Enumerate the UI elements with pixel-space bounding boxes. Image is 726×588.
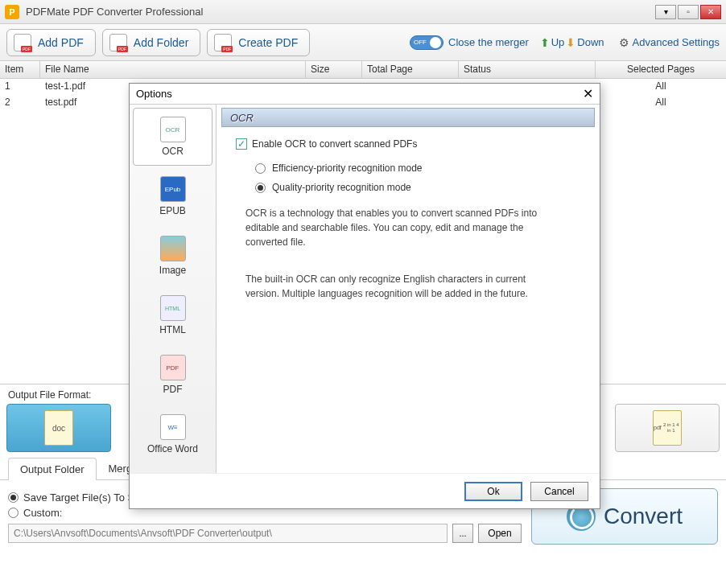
sidebar-item-ocr[interactable]: OCR OCR bbox=[133, 108, 212, 166]
arrow-down-icon[interactable]: ⬇ bbox=[566, 36, 575, 49]
convert-label: Convert bbox=[604, 504, 683, 529]
dialog-close-button[interactable]: ✕ bbox=[583, 86, 593, 101]
close-button[interactable]: ✕ bbox=[700, 5, 721, 19]
sidebar-item-html[interactable]: HTML HTML bbox=[133, 286, 212, 344]
format-pdf-layout[interactable]: pdf2 in 1 4 in 1 bbox=[615, 404, 720, 452]
ocr-info-1: OCR is a technology that enables you to … bbox=[245, 206, 551, 249]
format-doc[interactable]: doc bbox=[6, 404, 111, 452]
sidebar-item-image[interactable]: Image bbox=[133, 227, 212, 285]
add-folder-button[interactable]: Add Folder bbox=[102, 29, 200, 56]
create-pdf-label: Create PDF bbox=[238, 36, 298, 49]
add-pdf-button[interactable]: Add PDF bbox=[6, 29, 96, 56]
output-path-input[interactable] bbox=[8, 524, 448, 543]
col-totalpage[interactable]: Total Page bbox=[362, 61, 459, 78]
pdf-icon: PDF bbox=[160, 355, 186, 380]
up-label: Up bbox=[551, 36, 565, 48]
sidebar-item-epub[interactable]: EPub EPUB bbox=[133, 167, 212, 225]
tab-output-folder[interactable]: Output Folder bbox=[8, 458, 97, 480]
add-pdf-label: Add PDF bbox=[38, 36, 84, 49]
options-main: OCR ✓ Enable OCR to convert scanned PDFs… bbox=[217, 105, 600, 473]
options-dialog: Options ✕ OCR OCR EPub EPUB Image HTML H… bbox=[129, 83, 600, 509]
image-icon bbox=[160, 236, 186, 261]
gear-icon: ⚙ bbox=[619, 36, 629, 49]
col-size[interactable]: Size bbox=[306, 61, 362, 78]
cancel-button[interactable]: Cancel bbox=[530, 482, 588, 501]
file-table-header: Item File Name Size Total Page Status Se… bbox=[0, 61, 726, 79]
add-pdf-icon bbox=[14, 34, 31, 51]
sidebar-label: PDF bbox=[163, 384, 183, 395]
advanced-settings-link[interactable]: ⚙ Advanced Settings bbox=[619, 36, 720, 49]
cell-selected: All bbox=[596, 95, 726, 111]
radio-custom[interactable] bbox=[8, 508, 19, 518]
minimize-button[interactable]: ▾ bbox=[655, 5, 676, 19]
arrow-up-icon[interactable]: ⬆ bbox=[540, 36, 550, 49]
ocr-icon: OCR bbox=[160, 117, 186, 142]
add-folder-label: Add Folder bbox=[134, 36, 188, 49]
close-merger-label: Close the merger bbox=[448, 36, 529, 48]
cell-item: 1 bbox=[0, 79, 40, 95]
radio-save-source[interactable] bbox=[8, 492, 19, 503]
ocr-info-2: The built-in OCR can only recognize Engl… bbox=[245, 272, 551, 301]
open-button[interactable]: Open bbox=[478, 524, 522, 543]
sidebar-item-word[interactable]: W≡ Office Word bbox=[133, 405, 212, 463]
sidebar-item-pdf[interactable]: PDF PDF bbox=[133, 346, 212, 404]
sidebar-label: HTML bbox=[159, 324, 186, 335]
cell-selected: All bbox=[596, 79, 726, 95]
create-pdf-button[interactable]: Create PDF bbox=[207, 29, 310, 56]
custom-label: Custom: bbox=[23, 507, 62, 519]
create-pdf-icon bbox=[214, 34, 232, 51]
dialog-title: Options bbox=[136, 88, 172, 100]
add-folder-icon bbox=[109, 34, 127, 51]
panel-header: OCR bbox=[221, 108, 595, 127]
sidebar-label: Office Word bbox=[147, 443, 198, 454]
word-icon: W≡ bbox=[160, 414, 186, 440]
cell-item: 2 bbox=[0, 95, 40, 111]
enable-ocr-checkbox[interactable]: ✓ bbox=[236, 138, 247, 150]
col-status[interactable]: Status bbox=[459, 61, 596, 78]
sidebar-label: OCR bbox=[162, 146, 184, 157]
app-icon: P bbox=[5, 5, 19, 19]
col-filename[interactable]: File Name bbox=[40, 61, 306, 78]
doc-icon: doc bbox=[44, 410, 73, 446]
down-label: Down bbox=[577, 36, 604, 48]
enable-ocr-label: Enable OCR to convert scanned PDFs bbox=[252, 138, 417, 150]
efficiency-label: Efficiency-priority recognition mode bbox=[272, 162, 423, 174]
options-sidebar: OCR OCR EPub EPUB Image HTML HTML PDF PD… bbox=[130, 105, 217, 473]
ok-button[interactable]: Ok bbox=[464, 482, 522, 501]
main-toolbar: Add PDF Add Folder Create PDF OFF Close … bbox=[0, 24, 726, 61]
html-icon: HTML bbox=[160, 295, 186, 321]
titlebar: P PDFMate PDF Converter Professional ▾ ▫… bbox=[0, 0, 726, 24]
radio-efficiency-mode[interactable] bbox=[255, 163, 266, 174]
pdf-layout-icon: pdf2 in 1 4 in 1 bbox=[653, 410, 682, 446]
col-selected[interactable]: Selected Pages bbox=[596, 61, 726, 78]
sidebar-label: EPUB bbox=[159, 205, 186, 216]
merger-toggle[interactable]: OFF bbox=[410, 35, 443, 50]
radio-quality-mode[interactable] bbox=[255, 183, 266, 193]
quality-label: Quality-priority recognition mode bbox=[272, 182, 411, 193]
browse-button[interactable]: ... bbox=[452, 524, 473, 543]
epub-icon: EPub bbox=[160, 176, 186, 202]
window-title: PDFMate PDF Converter Professional bbox=[26, 6, 655, 18]
sidebar-label: Image bbox=[159, 265, 186, 276]
advanced-label: Advanced Settings bbox=[633, 36, 720, 48]
col-item[interactable]: Item bbox=[0, 61, 40, 78]
maximize-button[interactable]: ▫ bbox=[678, 5, 699, 19]
